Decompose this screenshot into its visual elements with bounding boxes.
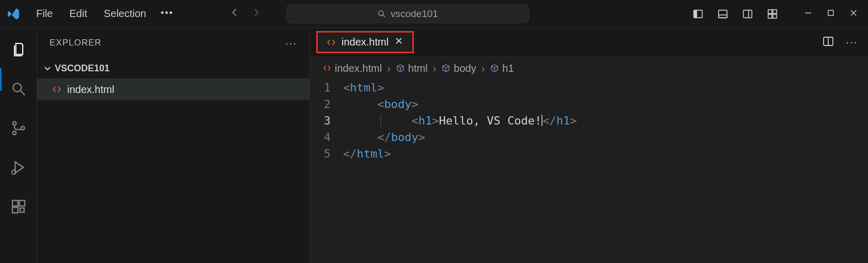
line-number: 5 [310, 146, 343, 162]
html-file-icon [326, 37, 336, 48]
cube-icon [441, 64, 451, 73]
html-file-icon [322, 64, 332, 73]
svg-rect-24 [19, 200, 25, 206]
search-icon [377, 9, 386, 19]
svg-rect-8 [768, 9, 772, 13]
vscode-logo-icon [4, 7, 23, 21]
nav-arrows [229, 7, 261, 21]
tab-index-html[interactable]: index.html [316, 31, 414, 53]
line-number: 2 [310, 96, 343, 113]
code-line: 4 </body> [310, 129, 868, 146]
breadcrumb-h1-label: h1 [502, 63, 514, 74]
svg-point-18 [12, 121, 16, 125]
menu-edit[interactable]: Edit [62, 5, 94, 23]
svg-point-19 [12, 131, 16, 135]
editor-more-icon[interactable]: ··· [846, 36, 858, 48]
svg-rect-11 [773, 14, 777, 18]
search-text: vscode101 [391, 8, 438, 20]
cube-icon [490, 64, 499, 73]
layout-controls [691, 7, 779, 21]
svg-rect-3 [694, 10, 697, 18]
toggle-secondary-sidebar-icon[interactable] [741, 7, 754, 21]
main-area: EXPLORER ··· VSCODE101 index.html index.… [0, 28, 868, 263]
explorer-title: EXPLORER [50, 38, 102, 48]
file-item-index-html[interactable]: index.html [37, 79, 309, 100]
breadcrumb-file-label: index.html [335, 63, 382, 74]
active-indicator [0, 68, 2, 91]
activity-bar [0, 28, 37, 263]
breadcrumb-sep-icon: › [433, 63, 437, 74]
svg-rect-6 [743, 10, 752, 18]
code-line: 3 │ <h1>Hello, VS Code!</h1> [310, 113, 868, 129]
toggle-primary-sidebar-icon[interactable] [691, 7, 705, 21]
code-editor[interactable]: 1 <html> 2 <body> 3 │ <h1>Hello, VS Code… [310, 80, 868, 162]
line-number: 3 [310, 113, 343, 129]
svg-rect-5 [719, 14, 727, 18]
svg-rect-9 [773, 9, 777, 13]
breadcrumb-file[interactable]: index.html [322, 63, 382, 74]
breadcrumb-body-label: body [454, 63, 476, 74]
html-file-icon [52, 84, 62, 95]
svg-point-16 [13, 83, 21, 91]
breadcrumb-body[interactable]: body [441, 63, 476, 74]
activity-run-debug-icon[interactable] [9, 158, 28, 177]
breadcrumb-sep-icon: › [387, 63, 391, 74]
tab-close-icon[interactable] [394, 37, 404, 48]
activity-search-icon[interactable] [9, 80, 28, 98]
breadcrumb-html[interactable]: html [396, 63, 428, 74]
customize-layout-icon[interactable] [766, 7, 779, 21]
nav-forward-icon[interactable] [250, 7, 261, 21]
svg-line-1 [383, 15, 385, 17]
folder-header[interactable]: VSCODE101 [37, 58, 309, 79]
menu-overflow-icon[interactable]: ••• [156, 5, 179, 23]
svg-rect-25 [12, 207, 18, 213]
chevron-down-icon [43, 64, 52, 72]
svg-point-20 [21, 127, 24, 130]
svg-rect-26 [20, 208, 24, 212]
breadcrumb-h1[interactable]: h1 [490, 63, 514, 74]
title-bar: File Edit Selection ••• vscode101 [0, 0, 868, 28]
folder-name: VSCODE101 [55, 63, 110, 74]
svg-rect-4 [719, 10, 727, 18]
toggle-panel-icon[interactable] [716, 7, 730, 21]
window-controls [804, 9, 864, 19]
window-close-icon[interactable] [849, 9, 858, 19]
editor-group: index.html ··· index.html › html › [310, 28, 868, 263]
svg-rect-23 [12, 200, 18, 206]
breadcrumb[interactable]: index.html › html › body › h1 [310, 57, 868, 80]
code-line: 1 <html> [310, 80, 868, 96]
activity-source-control-icon[interactable] [9, 119, 28, 137]
line-number: 1 [310, 80, 343, 96]
explorer-more-icon[interactable]: ··· [285, 37, 297, 49]
window-minimize-icon[interactable] [804, 9, 812, 19]
svg-line-17 [21, 91, 25, 95]
menu-file[interactable]: File [29, 5, 60, 23]
split-editor-icon[interactable] [822, 35, 834, 50]
tabs-row: index.html ··· [310, 28, 868, 57]
svg-rect-10 [768, 14, 772, 18]
file-name: index.html [67, 84, 114, 96]
code-line: 2 <body> [310, 96, 868, 113]
command-center-search[interactable]: vscode101 [286, 5, 529, 23]
tab-label: index.html [342, 36, 389, 48]
window-maximize-icon[interactable] [827, 9, 835, 19]
explorer-header: EXPLORER ··· [37, 28, 309, 58]
menu-selection[interactable]: Selection [97, 5, 153, 23]
line-number: 4 [310, 129, 343, 146]
activity-explorer-icon[interactable] [9, 40, 28, 59]
cube-icon [396, 64, 405, 73]
svg-marker-21 [15, 162, 23, 173]
svg-point-0 [379, 11, 383, 16]
menu-bar: File Edit Selection ••• [29, 5, 179, 23]
explorer-sidebar: EXPLORER ··· VSCODE101 index.html [37, 28, 310, 263]
activity-extensions-icon[interactable] [9, 197, 28, 216]
svg-rect-13 [828, 10, 833, 16]
breadcrumb-html-label: html [408, 63, 428, 74]
editor-actions: ··· [822, 28, 868, 56]
breadcrumb-sep-icon: › [482, 63, 485, 74]
nav-back-icon[interactable] [229, 7, 241, 21]
code-line: 5 </html> [310, 146, 868, 162]
